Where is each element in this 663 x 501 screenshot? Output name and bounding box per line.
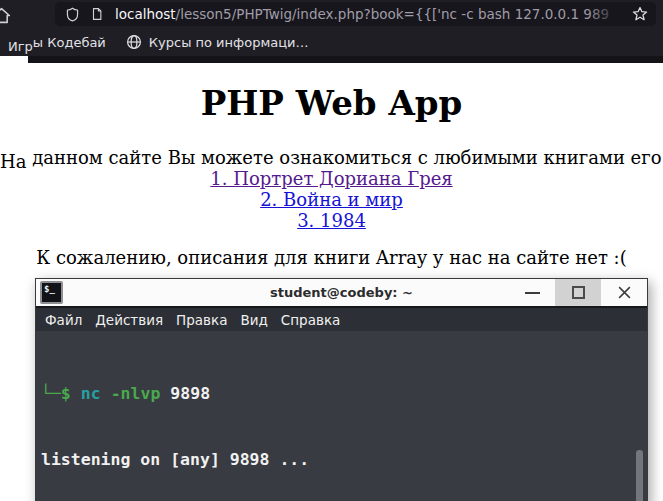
terminal-titlebar[interactable]: $_ student@codeby: ~ [36,279,647,308]
terminal-menubar: Файл Действия Правка Вид Справка [36,308,647,331]
url-fade-overlay [586,2,626,26]
url-path: /lesson5/PHPTwig/index.php?book={{['nc -… [176,6,609,22]
shell-command: nc [81,384,101,403]
terminal-app-icon: $_ [40,281,63,304]
menu-help[interactable]: Справка [281,312,340,328]
menu-view[interactable]: Вид [240,312,267,328]
intro-text: На данном сайте Вы можете ознакомиться с… [0,147,663,168]
bookmark-item-kursy[interactable]: Курсы по информаци… [126,34,309,50]
not-found-text: К сожалению, описания для книги Array у … [0,247,663,268]
shell-command-arg: 9898 [170,384,210,403]
globe-icon [126,34,142,50]
intro-first-word: На [0,151,26,172]
maximize-button[interactable] [555,279,601,306]
terminal-prompt-line: └─$nc-nlvp9898 [41,383,633,405]
shell-command-flags: -nlvp [111,384,161,403]
minimize-icon [525,292,540,294]
home-icon[interactable] [0,6,11,29]
url-text: localhost/lesson5/PHPTwig/index.php?book… [115,6,632,22]
bookmark-item-igry-kodebay[interactable]: Игры Кодебай [8,35,106,50]
menu-actions[interactable]: Действия [95,312,163,328]
terminal-scrollbar-thumb[interactable] [636,450,643,501]
bookmark-label-part1: Игр [8,39,33,54]
window-controls [509,279,647,306]
close-button[interactable] [601,279,647,306]
screen: localhost/lesson5/PHPTwig/index.php?book… [0,0,663,501]
minimize-button[interactable] [509,279,555,306]
page-icon[interactable] [90,7,104,21]
bookmark-star-icon[interactable] [632,6,648,22]
book-link-3[interactable]: 3. 1984 [0,210,663,231]
browser-chrome: localhost/lesson5/PHPTwig/index.php?book… [0,0,663,56]
menu-edit[interactable]: Правка [176,312,227,328]
browser-toolbar: localhost/lesson5/PHPTwig/index.php?book… [0,0,663,28]
shell-prompt: └─$ [41,384,71,403]
page-title: PHP Web App [0,84,663,123]
url-domain: localhost [115,6,176,22]
intro-rest: данном сайте Вы можете ознакомиться с лю… [26,147,663,168]
maximize-icon [572,286,585,299]
book-link-1[interactable]: 1. Портрет Дориана Грея [0,168,663,189]
terminal-output-line: listening on [any] 9898 ... [41,449,633,471]
shield-icon[interactable] [65,7,80,22]
bookmark-label: Курсы по информаци… [149,35,309,50]
bookmark-label-part2: ы Кодебай [33,35,106,50]
terminal-body[interactable]: └─$nc-nlvp9898 listening on [any] 9898 .… [36,331,647,501]
bookmarks-bar: Игры Кодебай Курсы по информаци… [0,28,663,56]
close-icon [617,285,632,300]
terminal-window: $_ student@codeby: ~ Файл Действия Правк… [35,278,648,501]
chrome-bottom-strip [28,56,663,63]
menu-file[interactable]: Файл [45,312,82,328]
book-links: 1. Портрет Дориана Грея 2. Война и мир 3… [0,168,663,231]
book-link-2[interactable]: 2. Война и мир [0,189,663,210]
url-bar[interactable]: localhost/lesson5/PHPTwig/index.php?book… [55,2,656,26]
